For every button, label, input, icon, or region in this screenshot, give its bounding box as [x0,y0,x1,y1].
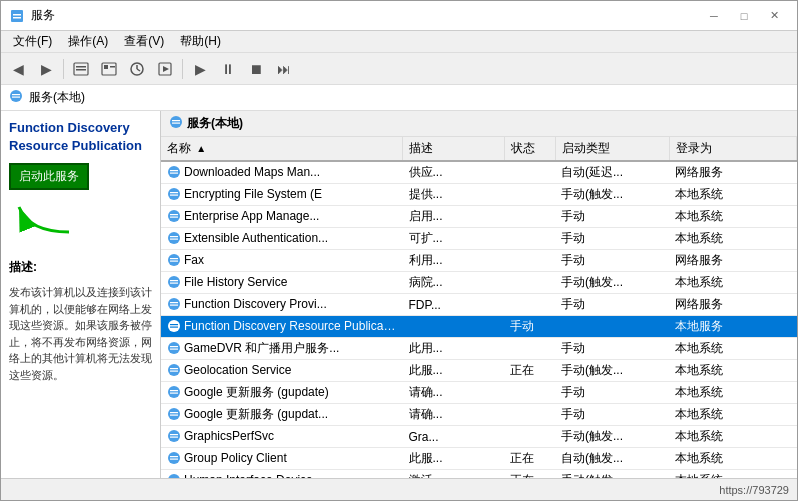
svg-rect-38 [170,282,178,283]
service-desc-cell: 病院... [403,272,505,294]
svg-rect-19 [172,120,180,121]
minimize-button[interactable]: ─ [699,6,729,26]
service-status-cell [504,404,555,426]
service-icon [167,187,181,201]
services-header: 服务(本地) [161,111,797,137]
pause-button[interactable]: ⏸ [215,56,241,82]
forward-button[interactable]: ▶ [33,56,59,82]
menu-help[interactable]: 帮助(H) [172,31,229,52]
col-header-start[interactable]: 启动类型 [555,137,669,161]
service-name-cell: GameDVR 和广播用户服务... [161,338,403,360]
service-start-cell: 自动(触发... [555,448,669,470]
svg-point-63 [168,474,180,478]
service-start-cell: 手动(触发... [555,272,669,294]
svg-rect-20 [172,123,180,124]
table-row[interactable]: Enterprise App Manage...启用...手动本地系统 [161,206,797,228]
toolbar-btn-2[interactable] [96,56,122,82]
svg-rect-56 [170,414,178,415]
svg-rect-8 [110,66,115,68]
toolbar-btn-4[interactable] [152,56,178,82]
service-start-cell: 手动 [555,206,669,228]
service-icon [167,407,181,421]
play-button[interactable]: ▶ [187,56,213,82]
back-button[interactable]: ◀ [5,56,31,82]
toolbar-btn-1[interactable] [68,56,94,82]
svg-point-14 [10,90,22,102]
svg-rect-43 [170,324,178,325]
table-row[interactable]: Extensible Authentication...可扩...手动本地系统 [161,228,797,250]
menu-file[interactable]: 文件(F) [5,31,60,52]
service-name-cell: Function Discovery Provi... [161,294,403,316]
table-row[interactable]: GraphicsPerfSvcGra...手动(触发...本地系统 [161,426,797,448]
svg-rect-62 [170,458,178,459]
maximize-button[interactable]: □ [729,6,759,26]
service-icon [167,209,181,223]
svg-point-27 [168,210,180,222]
service-icon [167,473,181,478]
service-login-cell: 本地系统 [669,470,796,479]
menu-bar: 文件(F) 操作(A) 查看(V) 帮助(H) [1,31,797,53]
table-row[interactable]: Google 更新服务 (gupdat...请确...手动本地系统 [161,404,797,426]
window-title: 服务 [31,7,55,24]
col-header-login[interactable]: 登录为 [669,137,796,161]
service-status-cell [504,272,555,294]
table-row[interactable]: File History Service病院...手动(触发...本地系统 [161,272,797,294]
service-name-cell: Google 更新服务 (gupdat... [161,404,403,426]
service-icon [167,451,181,465]
svg-rect-1 [13,14,21,16]
services-header-text: 服务(本地) [187,115,243,132]
col-header-status[interactable]: 状态 [504,137,555,161]
col-header-desc[interactable]: 描述 [403,137,505,161]
close-button[interactable]: ✕ [759,6,789,26]
svg-rect-0 [11,10,23,22]
address-icon [9,89,23,106]
service-icon [167,385,181,399]
stop-button[interactable]: ⏹ [243,56,269,82]
svg-rect-35 [170,260,178,261]
service-name-cell: Function Discovery Resource Publication [161,316,403,338]
service-login-cell: 本地系统 [669,448,796,470]
table-row[interactable]: Function Discovery Resource Publication手… [161,316,797,338]
table-row[interactable]: Fax利用...手动网络服务 [161,250,797,272]
main-window: 服务 ─ □ ✕ 文件(F) 操作(A) 查看(V) 帮助(H) ◀ ▶ ▶ [0,0,798,501]
table-row[interactable]: GameDVR 和广播用户服务...此用...手动本地系统 [161,338,797,360]
service-status-cell [504,338,555,360]
svg-rect-55 [170,412,178,413]
svg-point-30 [168,232,180,244]
restart-button[interactable]: ⏭ [271,56,297,82]
service-icon [167,253,181,267]
table-row[interactable]: Function Discovery Provi...FDP...手动网络服务 [161,294,797,316]
services-table-container[interactable]: 名称 ▲ 描述 状态 启动类型 登录为 Downloaded Maps Man.… [161,137,797,478]
status-bar: https://793729 [1,478,797,500]
services-header-icon [169,115,183,132]
service-desc-cell: 提供... [403,184,505,206]
menu-action[interactable]: 操作(A) [60,31,116,52]
table-row[interactable]: Geolocation Service此服...正在手动(触发...本地系统 [161,360,797,382]
toolbar-separator-2 [182,59,183,79]
svg-rect-7 [104,65,108,69]
table-row[interactable]: Google 更新服务 (gupdate)请确...手动本地系统 [161,382,797,404]
svg-rect-5 [76,69,86,71]
table-row[interactable]: Human Interface Device ...激活...正在手动(触发..… [161,470,797,479]
service-start-cell: 手动(触发... [555,470,669,479]
service-icon [167,319,181,333]
table-row[interactable]: Group Policy Client此服...正在自动(触发...本地系统 [161,448,797,470]
svg-rect-59 [170,436,178,437]
svg-rect-29 [170,216,178,217]
table-row[interactable]: Encrypting File System (E提供...手动(触发...本地… [161,184,797,206]
service-start-cell [555,316,669,338]
toolbar-btn-3[interactable] [124,56,150,82]
table-row[interactable]: Downloaded Maps Man...供应...自动(延迟...网络服务 [161,161,797,184]
service-desc-cell: 激活... [403,470,505,479]
start-service-button[interactable]: 启动此服务 [9,163,89,190]
svg-point-51 [168,386,180,398]
service-desc-cell: 启用... [403,206,505,228]
service-name-cell: Google 更新服务 (gupdate) [161,382,403,404]
col-header-name[interactable]: 名称 ▲ [161,137,403,161]
service-login-cell: 网络服务 [669,250,796,272]
svg-point-24 [168,188,180,200]
svg-marker-13 [163,66,169,72]
menu-view[interactable]: 查看(V) [116,31,172,52]
service-login-cell: 网络服务 [669,294,796,316]
service-login-cell: 本地服务 [669,316,796,338]
